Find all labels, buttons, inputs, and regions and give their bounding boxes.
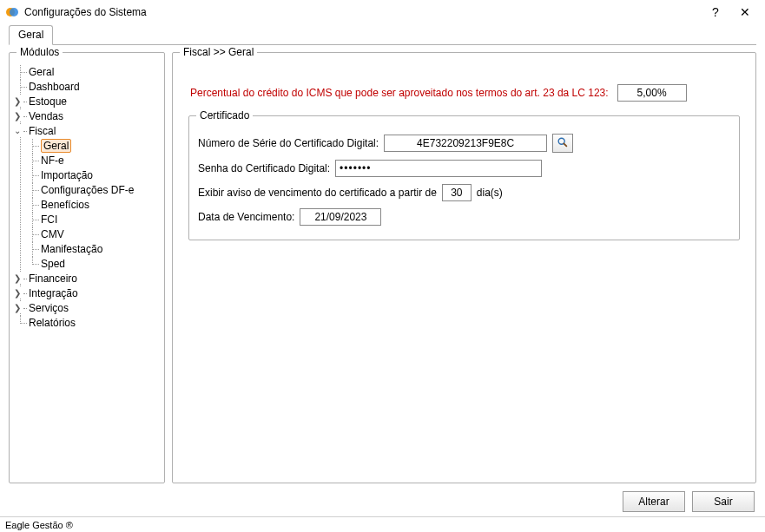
tree-item-relatorios[interactable]: Relatórios: [29, 317, 76, 329]
button-bar: Alterar Sair: [0, 487, 765, 516]
modules-legend: Módulos: [16, 46, 63, 58]
tree-item-financeiro[interactable]: Financeiro: [29, 273, 77, 285]
cert-password-input[interactable]: [335, 160, 542, 177]
chevron-right-icon[interactable]: ❯: [14, 274, 23, 284]
tab-geral[interactable]: Geral: [9, 25, 53, 45]
help-button[interactable]: ?: [701, 3, 730, 22]
tree-item-sped[interactable]: Sped: [41, 258, 65, 270]
cert-due-label: Data de Vencimento:: [198, 211, 294, 223]
icms-percentage-input[interactable]: [617, 84, 687, 102]
system-settings-window: Configurações do Sistema ? ✕ Geral Módul…: [0, 0, 765, 532]
status-text: Eagle Gestão ®: [5, 520, 73, 530]
cert-lookup-button[interactable]: [552, 134, 573, 153]
search-icon: [557, 136, 569, 151]
chevron-right-icon[interactable]: ❯: [14, 97, 23, 107]
cert-serial-label: Número de Série do Certificado Digital:: [198, 137, 379, 149]
app-icon: [5, 5, 19, 19]
content-area: Módulos Geral Dashboard ❯Estoque ❯Vendas…: [0, 45, 765, 487]
statusbar: Eagle Gestão ®: [0, 516, 765, 532]
cert-due-input[interactable]: [300, 208, 381, 226]
tree-item-importacao[interactable]: Importação: [41, 169, 93, 181]
certificate-group: Certificado Número de Série do Certifica…: [188, 115, 740, 240]
tree-item-dashboard[interactable]: Dashboard: [29, 81, 80, 93]
sair-button[interactable]: Sair: [692, 491, 755, 512]
cert-serial-input[interactable]: [384, 135, 547, 152]
tree-item-geral[interactable]: Geral: [29, 66, 54, 78]
alterar-button[interactable]: Alterar: [623, 491, 685, 512]
tree-item-estoque[interactable]: Estoque: [29, 95, 67, 108]
modules-tree: Geral Dashboard ❯Estoque ❯Vendas ⌄Fiscal…: [16, 65, 157, 331]
cert-expire-days-input[interactable]: [442, 184, 472, 201]
tabstrip: Geral: [0, 24, 765, 45]
main-panel: Fiscal >> Geral Percentual do crédito do…: [172, 52, 756, 483]
svg-point-1: [10, 8, 18, 16]
cert-password-label: Senha do Certificado Digital:: [198, 162, 330, 174]
tree-item-config-dfe[interactable]: Configurações DF-e: [41, 184, 134, 196]
tree-item-nfe[interactable]: NF-e: [41, 154, 64, 167]
tree-item-beneficios[interactable]: Benefícios: [41, 199, 89, 211]
tree-item-fiscal[interactable]: Fiscal: [29, 125, 56, 137]
chevron-right-icon[interactable]: ❯: [14, 304, 23, 313]
modules-group: Módulos Geral Dashboard ❯Estoque ❯Vendas…: [9, 52, 165, 483]
chevron-right-icon[interactable]: ❯: [14, 112, 23, 122]
tree-item-vendas[interactable]: Vendas: [29, 110, 63, 122]
icms-percentage-row: Percentual do crédito do ICMS que pode s…: [190, 84, 738, 102]
breadcrumb: Fiscal >> Geral: [180, 46, 257, 58]
titlebar: Configurações do Sistema ? ✕: [0, 0, 765, 24]
cert-expire-post-label: dia(s): [477, 187, 503, 199]
tree-item-servicos[interactable]: Serviços: [29, 302, 69, 314]
chevron-down-icon[interactable]: ⌄: [14, 127, 23, 136]
chevron-right-icon[interactable]: ❯: [14, 289, 23, 299]
tree-item-integracao[interactable]: Integração: [29, 287, 78, 299]
window-title: Configurações do Sistema: [24, 6, 701, 18]
tree-item-fci[interactable]: FCI: [41, 213, 57, 226]
certificate-legend: Certificado: [196, 109, 253, 122]
cert-expire-pre-label: Exibir aviso de vencimento do certificad…: [198, 187, 437, 199]
icms-percentage-label: Percentual do crédito do ICMS que pode s…: [190, 87, 609, 99]
tree-item-cmv[interactable]: CMV: [41, 228, 64, 240]
tree-item-fiscal-geral[interactable]: Geral: [41, 139, 71, 153]
svg-line-3: [564, 143, 566, 146]
close-button[interactable]: ✕: [730, 3, 760, 22]
tree-item-manifestacao[interactable]: Manifestação: [41, 243, 102, 255]
